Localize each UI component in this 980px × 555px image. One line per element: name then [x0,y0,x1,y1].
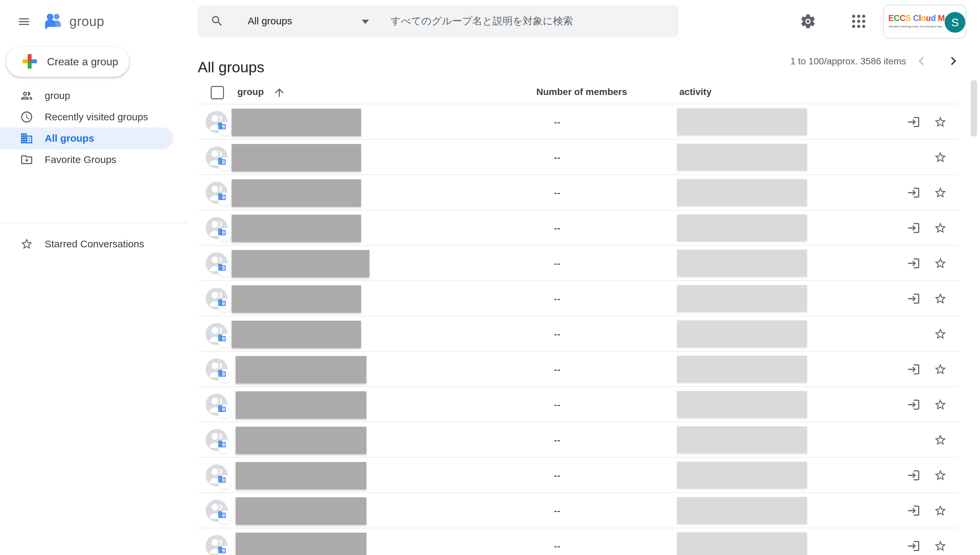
organization-badge-icon [218,122,232,136]
join-group-button[interactable] [907,257,920,270]
groups-logo-icon [43,12,63,30]
member-count: -- [537,175,577,210]
column-header-group[interactable]: group [237,87,264,97]
pagination-label: 1 to 100/approx. 3586 items [790,56,906,67]
chevron-down-icon[interactable] [362,20,369,24]
join-group-button[interactable] [907,115,920,129]
star-icon[interactable] [933,115,947,129]
join-group-button[interactable] [907,539,920,553]
activity-redacted [677,179,807,206]
table-row[interactable]: -- [198,245,959,281]
table-row[interactable]: -- [198,281,959,316]
group-name-redacted[interactable] [236,462,366,489]
star-icon[interactable] [933,363,947,376]
scrollbar-thumb[interactable] [971,80,977,137]
groups-logo[interactable]: group [43,12,104,30]
star-icon[interactable] [933,398,947,411]
search-scope-dropdown[interactable]: All groups [248,5,292,37]
join-group-button[interactable] [907,292,920,305]
sidebar-item-favorite-groups[interactable]: Favorite Groups [0,149,173,171]
group-name-redacted[interactable] [232,144,361,171]
organization-badge-icon [218,510,232,525]
group-name-redacted[interactable] [232,286,361,313]
organization-badge-icon [218,298,232,312]
table-header: group Number of members activity [198,82,959,104]
select-all-checkbox[interactable] [211,86,224,99]
group-avatar [206,535,228,555]
star-icon[interactable] [933,186,947,199]
groups-table: group Number of members activity -- [198,82,959,555]
activity-redacted [677,356,807,382]
activity-redacted [677,108,807,135]
group-name-redacted[interactable] [236,497,366,525]
table-row[interactable]: -- [198,493,959,528]
table-row[interactable]: -- [198,387,959,422]
column-header-members[interactable]: Number of members [536,87,627,97]
sidebar-item-group[interactable]: group [0,85,173,107]
table-row[interactable]: -- [198,352,959,387]
member-count: -- [537,104,577,140]
organization-badge-icon [218,192,232,206]
group-name-redacted[interactable] [236,427,366,454]
sidebar-item-starred-conversations[interactable]: Starred Conversations [0,233,173,255]
table-row[interactable]: -- [198,458,959,493]
table-row[interactable]: -- [198,528,959,555]
group-name-redacted[interactable] [232,179,361,207]
search-input[interactable] [390,5,663,37]
member-count: -- [537,352,577,387]
search-scope-value: All groups [248,15,292,27]
organization-badge-icon [218,546,232,555]
star-icon[interactable] [933,539,947,553]
star-icon[interactable] [933,504,947,517]
search-icon[interactable] [210,14,224,29]
sidebar-item-label: Favorite Groups [45,154,116,165]
star-icon [20,237,33,251]
join-group-button[interactable] [907,221,920,235]
column-header-activity[interactable]: activity [679,87,712,97]
org-logo-text: ECCS Cloud Mail [889,13,953,23]
group-name-redacted[interactable] [236,533,366,555]
group-name-redacted[interactable] [232,250,369,278]
sort-ascending-icon[interactable] [273,86,285,100]
member-count: -- [537,493,577,528]
avatar[interactable]: S [945,12,966,33]
group-avatar [206,500,228,522]
star-icon[interactable] [933,151,947,164]
group-avatar [206,288,228,310]
star-icon[interactable] [933,257,947,270]
sidebar-item-all-groups[interactable]: All groups [0,127,173,149]
member-count: -- [537,422,577,458]
table-row[interactable]: -- [198,175,959,210]
join-group-button[interactable] [907,363,920,376]
star-icon[interactable] [933,292,947,305]
table-row[interactable]: -- [198,140,959,175]
star-icon[interactable] [933,327,947,341]
group-name-redacted[interactable] [236,391,366,419]
page-title: All groups [198,59,264,76]
hamburger-menu-icon[interactable] [13,11,35,32]
group-avatar [206,146,228,168]
table-row[interactable]: -- [198,104,959,140]
group-name-redacted[interactable] [232,321,361,348]
star-icon[interactable] [933,469,947,482]
table-row[interactable]: -- [198,210,959,245]
group-name-redacted[interactable] [236,356,366,383]
group-name-redacted[interactable] [232,109,361,136]
group-name-redacted[interactable] [232,215,361,242]
gear-icon[interactable] [799,12,817,31]
apps-grid-icon[interactable] [849,12,868,31]
join-group-button[interactable] [907,186,920,199]
previous-page-icon[interactable] [913,53,929,69]
join-group-button[interactable] [907,398,920,411]
organization-badge-icon [218,334,232,348]
join-group-button[interactable] [907,469,920,482]
join-group-button[interactable] [907,504,920,517]
app-title: group [69,14,104,29]
table-row[interactable]: -- [198,422,959,458]
star-icon[interactable] [933,221,947,235]
star-icon[interactable] [933,433,947,447]
table-row[interactable]: -- [198,316,959,352]
next-page-icon[interactable] [945,53,961,69]
sidebar-item-recent-groups[interactable]: Recently visited groups [0,106,173,128]
create-group-button[interactable]: Create a group [6,47,129,77]
